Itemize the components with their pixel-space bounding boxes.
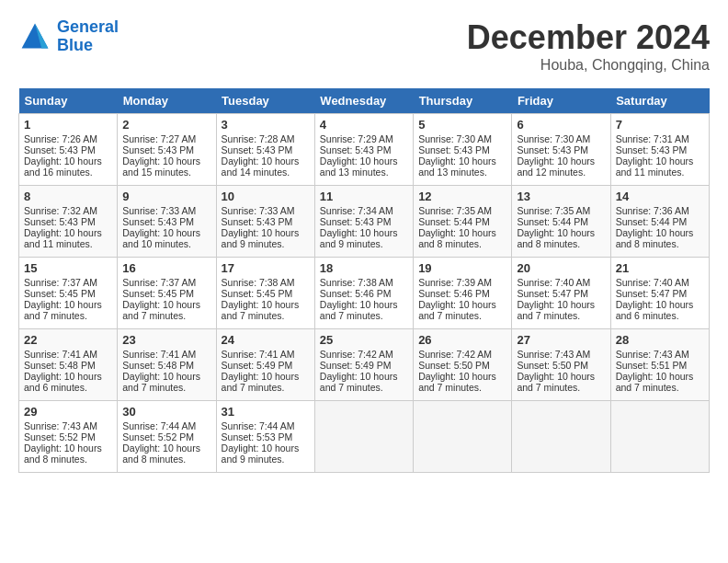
sunrise-label: Sunrise: 7:43 AM bbox=[517, 349, 590, 360]
calendar-cell: 18Sunrise: 7:38 AMSunset: 5:46 PMDayligh… bbox=[314, 258, 413, 329]
calendar-cell: 29Sunrise: 7:43 AMSunset: 5:52 PMDayligh… bbox=[19, 401, 118, 473]
sunset-label: Sunset: 5:43 PM bbox=[24, 144, 96, 155]
day-number: 21 bbox=[616, 261, 704, 275]
daylight-label: Daylight: 10 hours and 15 minutes. bbox=[122, 155, 200, 178]
logo: General Blue bbox=[18, 18, 119, 55]
sunrise-label: Sunrise: 7:33 AM bbox=[122, 205, 196, 216]
calendar-cell: 21Sunrise: 7:40 AMSunset: 5:47 PMDayligh… bbox=[610, 258, 709, 329]
calendar-cell: 2Sunrise: 7:27 AMSunset: 5:43 PMDaylight… bbox=[118, 114, 216, 186]
sunset-label: Sunset: 5:43 PM bbox=[122, 144, 194, 155]
day-number: 6 bbox=[517, 118, 605, 132]
calendar-cell bbox=[610, 401, 709, 473]
day-number: 13 bbox=[517, 190, 605, 203]
calendar-row: 8Sunrise: 7:32 AMSunset: 5:43 PMDaylight… bbox=[19, 186, 710, 258]
daylight-label: Daylight: 10 hours and 7 minutes. bbox=[418, 299, 496, 321]
location: Houba, Chongqing, China bbox=[467, 57, 710, 74]
sunrise-label: Sunrise: 7:38 AM bbox=[320, 277, 393, 288]
col-tuesday: Tuesday bbox=[216, 88, 314, 114]
calendar-cell bbox=[314, 401, 413, 473]
sunset-label: Sunset: 5:48 PM bbox=[122, 360, 194, 371]
daylight-label: Daylight: 10 hours and 10 minutes. bbox=[122, 227, 200, 249]
sunset-label: Sunset: 5:46 PM bbox=[418, 288, 490, 299]
col-sunday: Sunday bbox=[19, 88, 118, 114]
sunset-label: Sunset: 5:48 PM bbox=[24, 360, 96, 371]
daylight-label: Daylight: 10 hours and 7 minutes. bbox=[320, 299, 398, 321]
sunset-label: Sunset: 5:43 PM bbox=[222, 216, 293, 227]
daylight-label: Daylight: 10 hours and 8 minutes. bbox=[418, 227, 496, 249]
day-number: 9 bbox=[122, 190, 210, 203]
daylight-label: Daylight: 10 hours and 12 minutes. bbox=[517, 155, 595, 178]
daylight-label: Daylight: 10 hours and 8 minutes. bbox=[517, 227, 595, 249]
logo-text: General Blue bbox=[57, 18, 119, 55]
sunrise-label: Sunrise: 7:26 AM bbox=[24, 133, 97, 144]
daylight-label: Daylight: 10 hours and 11 minutes. bbox=[616, 155, 694, 178]
day-number: 23 bbox=[122, 333, 210, 347]
sunset-label: Sunset: 5:49 PM bbox=[222, 360, 293, 371]
calendar-cell: 25Sunrise: 7:42 AMSunset: 5:49 PMDayligh… bbox=[314, 329, 413, 401]
sunset-label: Sunset: 5:43 PM bbox=[320, 144, 392, 155]
sunset-label: Sunset: 5:49 PM bbox=[320, 360, 392, 371]
day-number: 16 bbox=[122, 261, 210, 275]
calendar-cell: 3Sunrise: 7:28 AMSunset: 5:43 PMDaylight… bbox=[216, 114, 314, 186]
sunset-label: Sunset: 5:45 PM bbox=[222, 288, 293, 299]
sunset-label: Sunset: 5:44 PM bbox=[418, 216, 490, 227]
calendar-row: 22Sunrise: 7:41 AMSunset: 5:48 PMDayligh… bbox=[19, 329, 710, 401]
sunrise-label: Sunrise: 7:36 AM bbox=[616, 205, 689, 216]
calendar-cell: 30Sunrise: 7:44 AMSunset: 5:52 PMDayligh… bbox=[118, 401, 216, 473]
daylight-label: Daylight: 10 hours and 11 minutes. bbox=[24, 227, 102, 249]
calendar-cell: 31Sunrise: 7:44 AMSunset: 5:53 PMDayligh… bbox=[216, 401, 314, 473]
day-number: 1 bbox=[24, 118, 112, 132]
sunrise-label: Sunrise: 7:41 AM bbox=[24, 349, 97, 360]
day-number: 19 bbox=[418, 261, 506, 275]
day-number: 18 bbox=[320, 261, 408, 275]
sunset-label: Sunset: 5:43 PM bbox=[418, 144, 490, 155]
calendar-cell: 12Sunrise: 7:35 AMSunset: 5:44 PMDayligh… bbox=[414, 186, 512, 258]
calendar-cell: 6Sunrise: 7:30 AMSunset: 5:43 PMDaylight… bbox=[512, 114, 610, 186]
sunset-label: Sunset: 5:52 PM bbox=[24, 431, 96, 442]
daylight-label: Daylight: 10 hours and 8 minutes. bbox=[122, 442, 200, 465]
calendar-cell: 10Sunrise: 7:33 AMSunset: 5:43 PMDayligh… bbox=[216, 186, 314, 258]
day-number: 14 bbox=[616, 190, 704, 203]
day-number: 26 bbox=[418, 333, 506, 347]
col-thursday: Thursday bbox=[414, 88, 512, 114]
month-title: December 2024 bbox=[467, 18, 710, 57]
col-wednesday: Wednesday bbox=[314, 88, 413, 114]
daylight-label: Daylight: 10 hours and 6 minutes. bbox=[24, 371, 102, 393]
day-number: 28 bbox=[616, 333, 704, 347]
day-number: 11 bbox=[320, 190, 408, 203]
calendar-cell: 26Sunrise: 7:42 AMSunset: 5:50 PMDayligh… bbox=[414, 329, 512, 401]
calendar-cell: 1Sunrise: 7:26 AMSunset: 5:43 PMDaylight… bbox=[19, 114, 118, 186]
day-number: 7 bbox=[616, 118, 704, 132]
sunset-label: Sunset: 5:47 PM bbox=[517, 288, 588, 299]
calendar-row: 15Sunrise: 7:37 AMSunset: 5:45 PMDayligh… bbox=[19, 258, 710, 329]
sunrise-label: Sunrise: 7:41 AM bbox=[122, 349, 196, 360]
sunset-label: Sunset: 5:44 PM bbox=[517, 216, 588, 227]
calendar-cell: 23Sunrise: 7:41 AMSunset: 5:48 PMDayligh… bbox=[118, 329, 216, 401]
sunrise-label: Sunrise: 7:30 AM bbox=[418, 133, 492, 144]
day-number: 31 bbox=[222, 405, 310, 419]
sunrise-label: Sunrise: 7:40 AM bbox=[616, 277, 689, 288]
calendar-cell: 24Sunrise: 7:41 AMSunset: 5:49 PMDayligh… bbox=[216, 329, 314, 401]
daylight-label: Daylight: 10 hours and 13 minutes. bbox=[320, 155, 398, 178]
daylight-label: Daylight: 10 hours and 7 minutes. bbox=[616, 371, 694, 393]
sunrise-label: Sunrise: 7:42 AM bbox=[320, 349, 393, 360]
daylight-label: Daylight: 10 hours and 16 minutes. bbox=[24, 155, 102, 178]
day-number: 25 bbox=[320, 333, 408, 347]
calendar-cell: 19Sunrise: 7:39 AMSunset: 5:46 PMDayligh… bbox=[414, 258, 512, 329]
day-number: 12 bbox=[418, 190, 506, 203]
calendar-cell: 22Sunrise: 7:41 AMSunset: 5:48 PMDayligh… bbox=[19, 329, 118, 401]
calendar-cell: 28Sunrise: 7:43 AMSunset: 5:51 PMDayligh… bbox=[610, 329, 709, 401]
calendar-row: 1Sunrise: 7:26 AMSunset: 5:43 PMDaylight… bbox=[19, 114, 710, 186]
day-number: 8 bbox=[24, 190, 112, 203]
sunrise-label: Sunrise: 7:37 AM bbox=[122, 277, 196, 288]
sunset-label: Sunset: 5:43 PM bbox=[122, 216, 194, 227]
calendar-row: 29Sunrise: 7:43 AMSunset: 5:52 PMDayligh… bbox=[19, 401, 710, 473]
day-number: 3 bbox=[222, 118, 310, 132]
sunrise-label: Sunrise: 7:37 AM bbox=[24, 277, 97, 288]
sunrise-label: Sunrise: 7:30 AM bbox=[517, 133, 590, 144]
sunset-label: Sunset: 5:53 PM bbox=[222, 431, 293, 442]
sunrise-label: Sunrise: 7:44 AM bbox=[222, 420, 295, 431]
sunset-label: Sunset: 5:47 PM bbox=[616, 288, 688, 299]
sunrise-label: Sunrise: 7:38 AM bbox=[222, 277, 295, 288]
sunrise-label: Sunrise: 7:40 AM bbox=[517, 277, 590, 288]
